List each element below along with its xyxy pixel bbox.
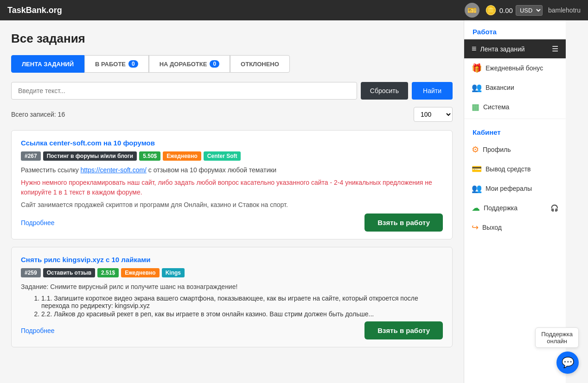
header-right: 🎫 🪙 0.00 USD EUR RUB bamlehotru [465,3,581,18]
task-desc-2: Задание: Снимите вирусный рилс и получит… [21,282,443,292]
per-page-select[interactable]: 100 50 25 [414,107,453,122]
sidebar-withdraw-label: Вывод средств [486,165,531,173]
task-more-2[interactable]: Подробнее [21,327,55,334]
task-list-item-2: 2.2. Лайков до красивый рекет в реп, как… [41,310,443,318]
sidebar-item-support[interactable]: ☁ Поддержка 🎧 [464,198,566,218]
sidebar-profile-label: Профиль [483,146,511,153]
tab-feed[interactable]: ЛЕНТА ЗАДАНИЙ [11,55,84,73]
sidebar-feed-label: Лента заданий [480,45,525,53]
sidebar-referrals-label: Мои рефералы [486,185,532,192]
tag-type-1: Постинг в форумы и/или блоги [43,151,137,161]
tag-id-2: #259 [21,268,41,277]
currency-select[interactable]: USD EUR RUB [516,5,543,16]
tag-type-2: Оставить отзыв [43,268,95,277]
sidebar-vacancies-label: Вакансии [486,84,514,91]
task-title-2[interactable]: Снять рилс kingsvip.xyz с 10 лайками [21,256,443,264]
task-tags-1: #267 Постинг в форумы и/или блоги 5.50$ … [21,151,443,161]
records-row: Всего записей: 16 100 50 25 [11,107,453,122]
layout: Все задания ЛЕНТА ЗАДАНИЙ В РАБОТЕ 0 НА … [0,20,588,383]
sidebar-item-system[interactable]: ▦ Система [464,97,566,117]
task-card-1: Ссылка center-soft.com на 10 форумов #26… [11,130,453,239]
task-list-2: 1.1. Запишите короткое видео экрана ваше… [32,295,443,318]
sidebar-item-withdraw[interactable]: 💳 Вывод средств [464,159,566,179]
sidebar-item-daily[interactable]: 🎁 Ежедневный бонус [464,58,566,78]
balance-amount: 0.00 [499,6,513,14]
task-card-2: Снять рилс kingsvip.xyz с 10 лайками #25… [11,247,453,347]
feed-icon: ≡ [472,44,477,54]
take-button-1[interactable]: Взять в работу [364,213,443,232]
header: TaskBank.org 🎫 🪙 0.00 USD EUR RUB bamleh… [0,0,588,20]
tag-id-1: #267 [21,151,41,161]
withdraw-icon: 💳 [472,164,482,174]
take-button-2[interactable]: Взять в работу [364,321,443,339]
task-footer-2: Подробнее Взять в работу [21,321,443,339]
task-desc-1: Разместить ссылку https://center-soft.co… [21,165,443,175]
task-footer-1: Подробнее Взять в работу [21,213,443,232]
sidebar-item-feed[interactable]: ≡ Лента заданий ☰ [464,39,566,58]
system-icon: ▦ [472,102,479,112]
main-content: Все задания ЛЕНТА ЗАДАНИЙ В РАБОТЕ 0 НА … [0,20,464,383]
tabs-bar: ЛЕНТА ЗАДАНИЙ В РАБОТЕ 0 НА ДОРАБОТКЕ 0 … [11,55,453,73]
tab-rework[interactable]: НА ДОРАБОТКЕ 0 [149,55,230,73]
records-count: Всего записей: 16 [11,111,65,118]
tag-daily-1: Ежедневно [163,151,201,161]
vacancies-icon: 👥 [472,82,482,93]
search-input[interactable] [11,82,357,100]
username: bamlehotru [548,6,581,14]
support-headphones-icon: 🎧 [550,204,558,212]
task-title-1[interactable]: Ссылка center-soft.com на 10 форумов [21,139,443,147]
sidebar-item-logout[interactable]: ↪ Выход [464,218,566,237]
tab-rework-badge: 0 [210,60,219,68]
referrals-icon: 👥 [472,183,482,194]
logo[interactable]: TaskBank.org [7,6,62,15]
sidebar-work-section: Работа [464,20,566,39]
balance-display: 🪙 0.00 USD EUR RUB [485,5,543,16]
support-widget: Поддержка онлайн 💬 [535,327,579,374]
sidebar-feed-list-icon: ☰ [552,44,558,53]
sidebar-item-vacancies[interactable]: 👥 Вакансии [464,78,566,97]
task-warning-1: Нужно немного прорекламировать наш сайт,… [21,178,443,197]
tag-price-1: 5.50$ [139,151,160,161]
sidebar-support-label: Поддержка [484,204,518,212]
tag-daily-2: Ежедневно [121,268,160,277]
tag-brand-1: Center Soft [204,151,241,161]
logout-icon: ↪ [472,222,479,232]
tag-price-2: 2.51$ [97,268,119,277]
coin-icon: 🪙 [485,5,497,16]
support-chat-button[interactable]: 💬 [556,352,579,374]
sidebar-daily-label: Ежедневный бонус [486,64,543,72]
task-more-1[interactable]: Подробнее [21,219,55,226]
page-title: Все задания [11,31,453,46]
task-extra-1: Сайт занимается продажей скриптов и прог… [21,200,443,210]
tab-in-work[interactable]: В РАБОТЕ 0 [84,55,149,73]
support-online-label: Поддержка онлайн [535,327,579,348]
sidebar-divider [464,119,566,119]
sidebar-item-referrals[interactable]: 👥 Мои рефералы [464,179,566,198]
tab-in-work-badge: 0 [128,60,138,68]
sidebar-item-profile[interactable]: ⚙ Профиль [464,140,566,159]
reset-button[interactable]: Сбросить [361,82,408,100]
support-cloud-icon: ☁ [472,203,480,213]
search-bar: Сбросить Найти [11,82,453,100]
tab-rejected[interactable]: ОТКЛОНЕНО [230,55,290,73]
notification-icon[interactable]: 🎫 [465,3,479,18]
profile-icon: ⚙ [472,144,479,155]
task-tags-2: #259 Оставить отзыв 2.51$ Ежедневно King… [21,268,443,277]
task-link-1[interactable]: https://center-soft.com/ [81,166,147,174]
gift-icon: 🎁 [472,63,482,73]
sidebar-logout-label: Выход [482,224,502,231]
task-list-item-1: 1.1. Запишите короткое видео экрана ваше… [41,295,443,309]
find-button[interactable]: Найти [412,82,453,100]
sidebar-system-label: Система [483,103,509,111]
sidebar-cabinet-section: Кабинет [464,121,566,140]
tag-brand-2: Kings [162,268,185,277]
